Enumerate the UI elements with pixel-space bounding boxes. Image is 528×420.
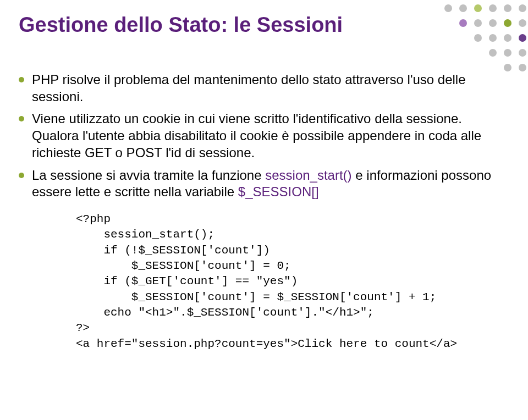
svg-point-2 <box>474 4 482 12</box>
svg-point-3 <box>489 4 497 12</box>
svg-point-6 <box>459 19 467 27</box>
code-line: if (!$_SESSION['count']) <box>76 244 270 257</box>
text-part: La sessione si avvia tramite la funzione <box>32 168 265 183</box>
svg-point-19 <box>519 64 526 71</box>
bullet-text: Viene utilizzato un cookie in cui viene … <box>32 110 501 161</box>
svg-point-12 <box>489 34 497 42</box>
bullet-text: PHP risolve il problema del mantenimento… <box>32 71 501 105</box>
bullet-item: PHP risolve il problema del mantenimento… <box>19 71 501 105</box>
svg-point-16 <box>504 49 512 57</box>
svg-point-4 <box>504 4 512 12</box>
slide-title: Gestione dello Stato: le Sessioni <box>19 13 343 37</box>
code-accent: session_start() <box>265 168 351 183</box>
code-line: session_start(); <box>76 228 215 241</box>
bullet-dot-icon <box>19 116 24 121</box>
bullet-text: La sessione si avvia tramite la funzione… <box>32 167 501 201</box>
svg-point-7 <box>474 19 482 27</box>
svg-point-5 <box>519 4 526 12</box>
code-line: <a href="session.php?count=yes">Click he… <box>76 338 457 350</box>
code-line: <?php <box>76 213 111 225</box>
code-line: $_SESSION['count'] = $_SESSION['count'] … <box>76 291 436 303</box>
svg-point-9 <box>504 19 512 27</box>
bullet-item: La sessione si avvia tramite la funzione… <box>19 167 501 201</box>
svg-point-13 <box>504 34 512 42</box>
slide-content: PHP risolve il problema del mantenimento… <box>19 71 501 352</box>
svg-point-17 <box>519 49 526 57</box>
bullet-item: Viene utilizzato un cookie in cui viene … <box>19 110 501 161</box>
svg-point-8 <box>489 19 497 27</box>
svg-point-15 <box>489 49 497 57</box>
code-line: echo "<h1>".$_SESSION['count']."</h1>"; <box>76 306 374 319</box>
svg-point-1 <box>459 4 467 12</box>
bullet-dot-icon <box>19 77 24 82</box>
svg-point-14 <box>519 34 526 42</box>
code-block: <?php session_start(); if (!$_SESSION['c… <box>76 212 501 352</box>
code-accent: $_SESSION[] <box>238 184 319 199</box>
svg-point-18 <box>504 64 512 71</box>
bullet-dot-icon <box>19 173 24 178</box>
code-line: ?> <box>76 322 90 334</box>
code-line: if ($_GET['count'] == "yes") <box>76 275 298 288</box>
svg-point-10 <box>519 19 526 27</box>
svg-point-11 <box>474 34 482 42</box>
corner-dots-decoration <box>429 0 528 77</box>
code-line: $_SESSION['count'] = 0; <box>76 259 291 272</box>
svg-point-0 <box>444 4 452 12</box>
